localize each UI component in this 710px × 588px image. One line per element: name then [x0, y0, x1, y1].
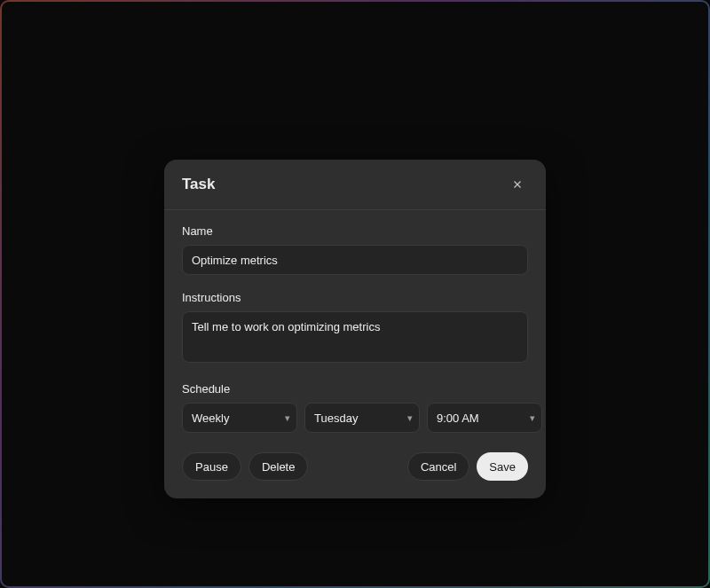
instructions-input[interactable]	[182, 311, 528, 363]
modal-body: Name Instructions Schedule Weekly ▾ Tues…	[164, 210, 546, 498]
recurrence-value: Weekly	[192, 412, 229, 425]
close-button[interactable]	[507, 174, 528, 195]
task-modal: Task Name Instructions Schedule Weekly ▾…	[164, 160, 546, 498]
instructions-field-group: Instructions	[182, 291, 528, 366]
cancel-button[interactable]: Cancel	[407, 452, 469, 481]
delete-button[interactable]: Delete	[248, 452, 309, 481]
recurrence-select[interactable]: Weekly	[182, 403, 297, 433]
instructions-label: Instructions	[182, 291, 528, 304]
schedule-row: Weekly ▾ Tuesday ▾ 9:00 AM ▾	[182, 403, 528, 433]
close-icon	[511, 178, 524, 191]
schedule-field-group: Schedule Weekly ▾ Tuesday ▾ 9:00 AM ▾	[182, 382, 528, 433]
day-value: Tuesday	[314, 412, 358, 425]
schedule-label: Schedule	[182, 382, 528, 396]
day-select-wrap: Tuesday ▾	[304, 403, 420, 433]
recurrence-select-wrap: Weekly ▾	[182, 403, 297, 433]
time-select-wrap: 9:00 AM ▾	[427, 403, 542, 433]
name-input[interactable]	[182, 245, 528, 275]
name-label: Name	[182, 224, 528, 238]
day-select[interactable]: Tuesday	[304, 403, 420, 433]
pause-button[interactable]: Pause	[182, 452, 241, 481]
modal-footer: Pause Delete Cancel Save	[182, 449, 528, 481]
time-select[interactable]: 9:00 AM	[427, 403, 542, 433]
modal-title: Task	[182, 176, 216, 193]
modal-header: Task	[164, 160, 546, 210]
time-value: 9:00 AM	[437, 412, 479, 425]
save-button[interactable]: Save	[477, 452, 528, 481]
name-field-group: Name	[182, 224, 528, 275]
